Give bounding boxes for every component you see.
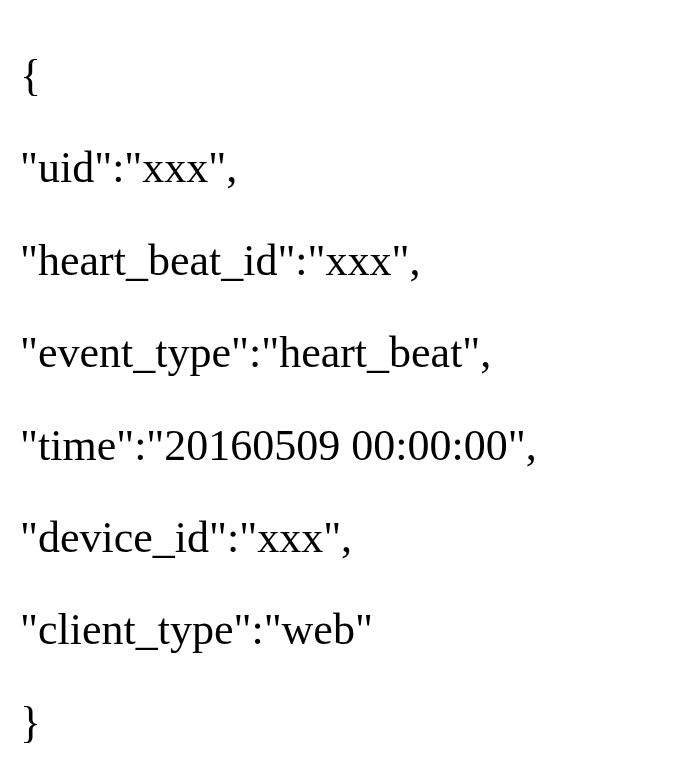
json-field-heart-beat-id: "heart_beat_id":"xxx",	[20, 215, 679, 307]
json-field-uid: "uid":"xxx",	[20, 122, 679, 214]
json-field-event-type: "event_type":"heart_beat",	[20, 307, 679, 399]
json-close-brace: }	[20, 677, 679, 769]
json-field-time: "time":"20160509 00:00:00",	[20, 400, 679, 492]
json-field-device-id: "device_id":"xxx",	[20, 492, 679, 584]
json-open-brace: {	[20, 30, 679, 122]
json-field-client-type: "client_type":"web"	[20, 584, 679, 676]
